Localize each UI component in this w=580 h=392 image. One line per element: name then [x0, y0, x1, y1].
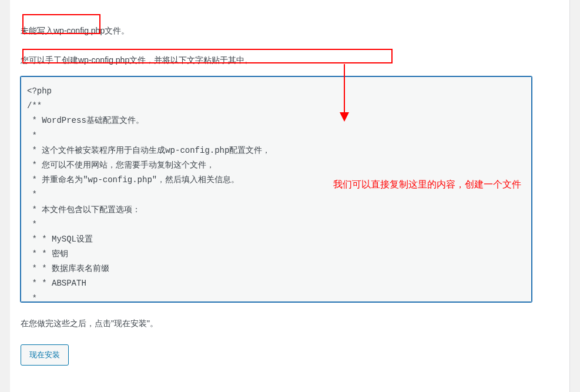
- content-area: 未能写入wp-config.php文件。 您可以手工创建wp-config.ph…: [10, 0, 569, 377]
- install-now-button[interactable]: 现在安装: [21, 344, 69, 366]
- instruction-message: 您可以手工创建wp-config.php文件，并将以下文字粘贴于其中。: [21, 55, 559, 66]
- error-message: 未能写入wp-config.php文件。: [21, 26, 559, 36]
- install-page-container: 未能写入wp-config.php文件。 您可以手工创建wp-config.ph…: [10, 0, 570, 392]
- after-instruction: 在您做完这些之后，点击"现在安装"。: [21, 319, 559, 329]
- config-code-textarea[interactable]: [21, 76, 532, 302]
